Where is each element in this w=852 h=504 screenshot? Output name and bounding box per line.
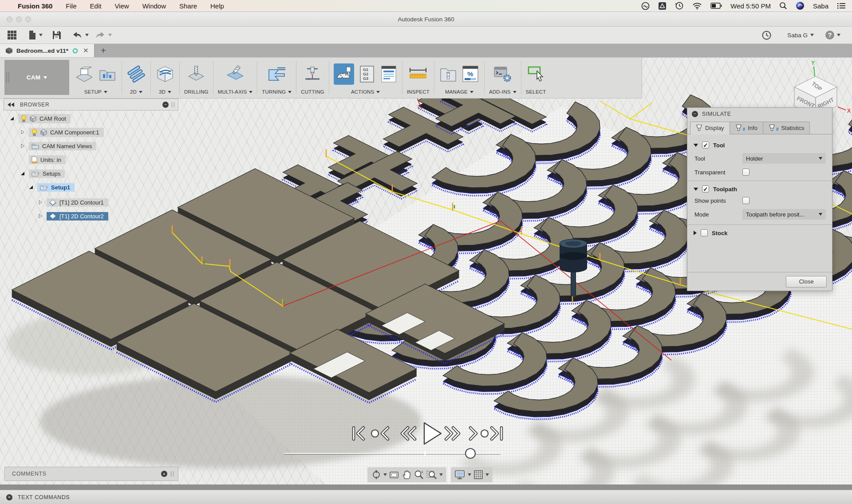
tool-dropdown[interactable]: Holder: [742, 153, 826, 164]
browser-options-icon[interactable]: −: [162, 102, 169, 108]
tree-item-cam-root[interactable]: CAM Root: [18, 114, 71, 123]
menubar-clock[interactable]: Wed 5:50 PM: [730, 2, 771, 10]
menubar-user[interactable]: Saba: [813, 2, 828, 10]
job-status-clock-icon[interactable]: [762, 31, 771, 40]
menu-share[interactable]: Share: [179, 2, 197, 10]
next-operation-button[interactable]: [470, 428, 488, 439]
ribbon-group-3d[interactable]: 3D: [152, 58, 178, 98]
tab-display[interactable]: Display: [690, 122, 730, 134]
tool-checkbox[interactable]: ✓: [702, 142, 709, 149]
comments-grip[interactable]: [171, 471, 174, 476]
menu-window[interactable]: Window: [142, 2, 166, 10]
ribbon-group-addins[interactable]: ADD-INS: [485, 58, 520, 98]
simulate-active-button[interactable]: [334, 63, 354, 85]
tree-item-cam-component[interactable]: CAM Component:1: [29, 128, 104, 137]
expander-expanded-icon[interactable]: [29, 185, 33, 189]
expander-collapsed-icon[interactable]: [20, 130, 25, 134]
stock-checkbox[interactable]: [701, 229, 708, 236]
wifi-icon[interactable]: [692, 2, 702, 9]
menu-help[interactable]: Help: [210, 2, 224, 10]
show-points-checkbox[interactable]: [742, 197, 749, 204]
menu-edit[interactable]: Edit: [90, 2, 102, 10]
section-expanded-icon[interactable]: [694, 188, 698, 191]
zoom-window-dropdown-arrow[interactable]: [439, 473, 443, 476]
save-button[interactable]: [52, 31, 61, 39]
toolpath-section-header[interactable]: ✓ Toolpath: [694, 185, 826, 193]
toolpath-checkbox[interactable]: ✓: [702, 185, 709, 193]
setup-sheet-icon[interactable]: [380, 65, 398, 83]
transparent-checkbox[interactable]: [742, 169, 749, 176]
zoom-window-icon[interactable]: [426, 469, 438, 480]
user-account-button[interactable]: Saba G: [787, 32, 814, 39]
tree-item-units[interactable]: Units: in: [29, 155, 66, 164]
skip-to-start-button[interactable]: [354, 428, 363, 439]
undo-button[interactable]: [72, 31, 89, 39]
app-grid-button[interactable]: [7, 30, 17, 40]
battery-icon[interactable]: [710, 3, 722, 9]
browser-grip[interactable]: [172, 102, 174, 107]
section-collapsed-icon[interactable]: [694, 231, 697, 235]
grid-dropdown-arrow[interactable]: [485, 473, 489, 476]
expand-text-commands-icon[interactable]: +: [6, 494, 12, 500]
timeline-handle[interactable]: [465, 449, 475, 458]
post-process-icon[interactable]: G1G2G3: [358, 65, 376, 83]
list-icon[interactable]: [837, 2, 846, 9]
add-comment-icon[interactable]: +: [161, 471, 167, 477]
ribbon-group-drilling[interactable]: DRILLING: [181, 58, 212, 98]
play-button[interactable]: [424, 423, 441, 444]
look-at-icon[interactable]: [389, 470, 399, 480]
tree-item-contour1[interactable]: [T1] 2D Contour1: [47, 198, 108, 207]
ribbon-group-manage[interactable]: % MANAGE: [435, 58, 483, 98]
ribbon-group-cutting[interactable]: CUTTING: [297, 58, 328, 98]
siri-icon[interactable]: [796, 1, 805, 10]
zoom-icon[interactable]: ±: [414, 469, 424, 480]
expander-collapsed-icon[interactable]: [38, 214, 43, 218]
browser-header[interactable]: BROWSER −: [4, 98, 178, 110]
skip-to-end-button[interactable]: [492, 428, 501, 439]
help-button[interactable]: ?: [825, 31, 840, 39]
expander-expanded-icon[interactable]: [20, 171, 25, 176]
menu-view[interactable]: View: [114, 2, 129, 10]
expander-expanded-icon[interactable]: [10, 116, 14, 121]
ribbon-group-setup[interactable]: SETUP: [71, 58, 121, 98]
tab-info[interactable]: # Info: [730, 122, 763, 134]
ribbon-group-actions[interactable]: G1G2G3 ACTIONS: [330, 58, 401, 98]
visibility-bulb-icon[interactable]: [21, 115, 27, 122]
ribbon-group-turning[interactable]: TURNING: [258, 58, 295, 98]
grid-layout-icon[interactable]: [473, 469, 484, 480]
menu-app-name[interactable]: Fusion 360: [18, 2, 52, 10]
ribbon-group-select[interactable]: SELECT: [522, 58, 550, 98]
orbit-icon[interactable]: [371, 469, 382, 480]
expander-collapsed-icon[interactable]: [38, 200, 43, 205]
ribbon-group-inspect[interactable]: INSPECT: [403, 58, 433, 98]
dialog-options-icon[interactable]: −: [692, 111, 698, 117]
mode-dropdown[interactable]: Toolpath before posit...: [742, 209, 826, 220]
tree-item-setups[interactable]: Setups: [29, 169, 65, 178]
orbit-dropdown-arrow[interactable]: [383, 473, 387, 476]
creative-cloud-icon[interactable]: [641, 2, 650, 10]
tree-item-named-views[interactable]: CAM Named Views: [29, 142, 96, 150]
display-settings-icon[interactable]: [454, 469, 466, 480]
close-button[interactable]: Close: [786, 276, 827, 287]
spotlight-icon[interactable]: [779, 2, 787, 10]
document-tab[interactable]: Bedroom...ed v11* ✕: [0, 44, 94, 57]
display-dropdown-arrow[interactable]: [468, 473, 471, 476]
stock-section-header[interactable]: Stock: [694, 229, 826, 236]
drive-icon[interactable]: [658, 2, 667, 10]
redo-button[interactable]: [95, 31, 112, 39]
visibility-bulb-icon[interactable]: [32, 129, 37, 136]
comments-bar[interactable]: COMMENTS +: [4, 467, 178, 481]
text-commands-bar[interactable]: + TEXT COMMANDS: [0, 490, 852, 504]
expander-collapsed-icon[interactable]: [20, 144, 25, 148]
time-machine-icon[interactable]: [675, 1, 684, 10]
tab-close-icon[interactable]: ✕: [83, 47, 89, 55]
simulate-header[interactable]: − SIMULATE: [687, 108, 832, 120]
menu-file[interactable]: File: [66, 2, 76, 10]
ribbon-group-multiaxis[interactable]: MULTI-AXIS: [214, 58, 256, 98]
section-expanded-icon[interactable]: [694, 144, 698, 147]
previous-operation-button[interactable]: [371, 428, 388, 439]
rewind-button[interactable]: [402, 428, 415, 439]
collapse-panel-icon[interactable]: [8, 102, 15, 107]
ribbon-group-2d[interactable]: 2D: [123, 58, 150, 98]
workspace-switcher[interactable]: CAM: [4, 60, 69, 95]
